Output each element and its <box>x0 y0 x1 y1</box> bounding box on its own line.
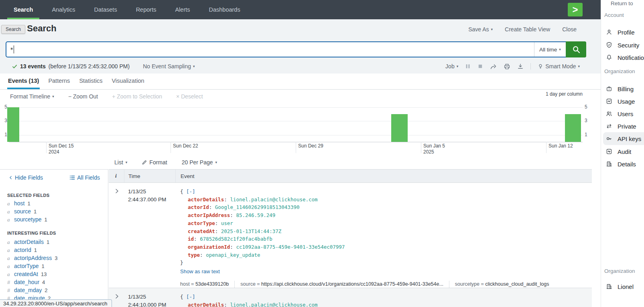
format-timeline-dropdown[interactable]: Format Timeline ▾ <box>10 93 54 100</box>
format-results-button[interactable]: Format <box>142 159 167 166</box>
field-type-prefix: # <box>7 287 11 293</box>
json-value[interactable]: Google_114602629918513043390 <box>215 204 300 210</box>
list-view-dropdown[interactable]: List ▾ <box>114 159 127 166</box>
tab-statistics[interactable]: Statistics <box>78 74 103 89</box>
sidebar-item-security[interactable]: Security <box>603 39 644 51</box>
y-tick-label-left: 5 <box>2 104 7 110</box>
json-value[interactable]: lionel.palacin@clickhouse.com <box>230 302 317 307</box>
stop-button[interactable] <box>477 63 483 69</box>
pause-button[interactable] <box>465 63 471 69</box>
json-value[interactable]: user <box>221 220 233 226</box>
json-key[interactable]: actorDetails <box>188 302 224 307</box>
field-name-link[interactable]: date_mday <box>14 287 42 293</box>
json-value[interactable]: 85.246.59.249 <box>236 212 275 218</box>
nav-item-reports[interactable]: Reports <box>130 0 163 19</box>
field-name-link[interactable]: host <box>14 200 24 207</box>
print-button[interactable] <box>504 63 510 70</box>
json-key[interactable]: actorType <box>188 220 215 226</box>
sidebar-item-private[interactable]: Private <box>603 120 644 133</box>
search-input[interactable]: * <box>6 42 534 57</box>
splunk-logo[interactable]: > <box>568 3 583 16</box>
all-fields-link[interactable]: All Fields <box>69 174 100 181</box>
json-key[interactable]: actorId <box>188 204 209 210</box>
field-name-link[interactable]: date_hour <box>14 279 39 285</box>
sidebar-item-billing[interactable]: Billing <box>603 82 644 95</box>
save-as-button[interactable]: Save As ▾ <box>468 26 493 33</box>
field-count: 4 <box>42 279 45 285</box>
create-table-view-button[interactable]: Create Table View <box>505 26 550 33</box>
sidebar-item-label: Users <box>618 111 633 117</box>
event-sampling-dropdown[interactable]: No Event Sampling ▾ <box>143 63 195 70</box>
return-to-link[interactable]: Return to <box>611 0 633 6</box>
search-bar[interactable]: * All time ▾ <box>6 41 586 57</box>
nav-item-analytics[interactable]: Analytics <box>45 0 81 19</box>
sidebar-item-api-keys[interactable]: API keys <box>603 132 644 145</box>
nav-item-dashboards[interactable]: Dashboards <box>203 0 247 19</box>
json-value[interactable]: 2025-01-13T14:44:37Z <box>221 228 282 234</box>
export-button[interactable] <box>517 63 524 70</box>
field-name-link[interactable]: source <box>14 208 31 215</box>
json-collapse-toggle[interactable]: [-] <box>186 294 195 300</box>
search-mode-dropdown[interactable]: Smart Mode ▾ <box>538 63 580 70</box>
hide-fields-link[interactable]: Hide Fields <box>9 174 43 181</box>
timeline-bar[interactable] <box>7 107 19 142</box>
sidebar-item-audit[interactable]: Audit <box>603 145 644 158</box>
json-key[interactable]: id <box>188 236 194 242</box>
sidebar-item-details[interactable]: Details <box>603 158 644 170</box>
json-collapse-toggle[interactable]: [-] <box>186 188 195 194</box>
zoom-out-button[interactable]: − Zoom Out <box>68 93 98 100</box>
share-button[interactable] <box>490 63 497 70</box>
sidebar-item-profile[interactable]: Profile <box>603 26 644 39</box>
expand-event-button[interactable] <box>109 183 124 288</box>
tab-events-13[interactable]: Events (13) <box>7 74 40 89</box>
sidebar-item-users[interactable]: Users <box>603 107 644 120</box>
json-key[interactable]: actorDetails <box>188 196 224 203</box>
nav-item-search[interactable]: Search <box>7 0 39 19</box>
job-menu[interactable]: Job ▾ <box>445 63 458 70</box>
field-item-actorType: aactorType1 <box>0 263 108 271</box>
json-value[interactable]: cc1092aa-8775-459e-9401-33e54ec07997 <box>236 244 345 250</box>
timeline-bar[interactable] <box>565 114 581 142</box>
query-text: * <box>10 46 13 53</box>
chevron-right-icon <box>114 294 120 299</box>
sidebar-item-label: Audit <box>618 148 631 155</box>
json-value[interactable]: lionel.palacin@clickhouse.com <box>230 196 317 203</box>
event-field-sourcetype[interactable]: sourcetype = clickhouse_cloud_audit_logs <box>449 281 555 288</box>
json-value[interactable]: 678526d582c1f20fac4babfb <box>200 236 272 242</box>
event-field-host[interactable]: host = 53de4339120b <box>180 281 234 288</box>
search-button[interactable] <box>566 41 586 57</box>
field-type-prefix: a <box>7 255 11 262</box>
json-key[interactable]: organizationId <box>188 244 230 250</box>
timeline-bar[interactable] <box>391 114 408 142</box>
json-key[interactable]: actorIpAddress <box>188 212 230 218</box>
key-icon <box>605 135 613 142</box>
event-json: { [-]actorDetails: lionel.palacin@clickh… <box>180 293 592 307</box>
field-name-link[interactable]: actorType <box>14 263 39 269</box>
close-button[interactable]: Close <box>562 26 577 33</box>
sidebar-item-lionel[interactable]: Lionel <box>603 280 644 293</box>
show-raw-text-link[interactable]: Show as raw text <box>180 267 220 276</box>
nav-item-alerts[interactable]: Alerts <box>169 0 196 19</box>
per-page-dropdown[interactable]: 20 Per Page ▾ <box>182 159 217 166</box>
event-field-source[interactable]: source = https://api.clickhouse.cloud/v1… <box>234 281 449 288</box>
field-type-prefix: a <box>7 239 11 246</box>
sidebar-item-notifications[interactable]: Notifications <box>603 51 644 64</box>
arrows-icon <box>605 123 613 130</box>
json-value[interactable]: openapi_key_update <box>206 252 260 258</box>
field-name-link[interactable]: actorId <box>14 247 31 253</box>
timeline-controls: Format Timeline ▾ − Zoom Out + Zoom to S… <box>0 90 602 103</box>
event-cell: { [-]actorDetails: lionel.palacin@clickh… <box>175 183 592 288</box>
field-name-link[interactable]: actorIpAddress <box>14 255 52 261</box>
field-name-link[interactable]: actorDetails <box>14 239 44 245</box>
chevron-down-icon: ▾ <box>193 64 195 68</box>
json-key[interactable]: type <box>188 252 200 258</box>
sidebar-item-usage[interactable]: Usage <box>603 95 644 108</box>
tab-visualization[interactable]: Visualization <box>111 74 145 89</box>
chevron-down-icon: ▾ <box>457 64 459 68</box>
json-key[interactable]: createdAt <box>188 228 215 234</box>
time-range-picker[interactable]: All time ▾ <box>534 42 566 57</box>
tab-patterns[interactable]: Patterns <box>47 74 71 89</box>
field-name-link[interactable]: createdAt <box>14 271 38 277</box>
field-name-link[interactable]: sourcetype <box>14 216 41 223</box>
nav-item-datasets[interactable]: Datasets <box>87 0 123 19</box>
